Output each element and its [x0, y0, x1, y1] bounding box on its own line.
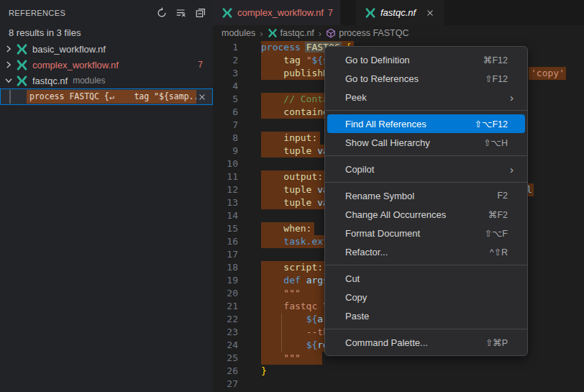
menu-item-label: Paste [345, 311, 508, 322]
menu-item-label: Rename Symbol [345, 191, 497, 201]
file-row-fastqc-nf[interactable]: fastqc.nfmodules [0, 73, 213, 88]
code-text: publishD [261, 67, 329, 80]
menu-separator [325, 329, 527, 329]
breadcrumb-label: modules [222, 28, 255, 38]
menu-shortcut: ⇧⌥F [484, 228, 508, 239]
line-number: 10 [213, 158, 238, 170]
line-number: 17 [213, 248, 238, 261]
menu-item-label: Peek [345, 92, 508, 103]
line-number: 26 [213, 365, 238, 378]
reference-result-row[interactable]: process FASTQC {↵ tag "${samp... [0, 88, 213, 105]
menu-shortcut: F2 [497, 191, 508, 201]
nextflow-icon [365, 7, 376, 19]
menu-item-copy[interactable]: Copy [327, 288, 525, 306]
line-number: 27 [213, 378, 238, 391]
line-number: 15 [213, 222, 238, 235]
close-icon [197, 92, 207, 102]
menu-item-label: Find All References [345, 119, 475, 129]
results-summary: 8 results in 3 files [0, 26, 213, 42]
tab-fastqc[interactable]: fastqc.nf [356, 0, 444, 25]
clear-all-icon [175, 7, 187, 19]
menu-item-label: Cut [345, 273, 508, 284]
line-number: 1 [213, 41, 238, 54]
breadcrumb-separator: › [260, 28, 263, 39]
line-number: 8 [213, 132, 238, 145]
nextflow-icon [16, 75, 28, 87]
menu-item-go-to-definition[interactable]: Go to Definition⌘F12 [327, 50, 525, 69]
dismiss-result-icon[interactable] [197, 92, 207, 102]
menu-shortcut: ^⇧R [490, 247, 508, 257]
menu-item-find-all-references[interactable]: Find All References⇧⌥F12 [327, 114, 525, 133]
line-number: 23 [213, 326, 238, 339]
code-text: ${ar [261, 313, 329, 326]
menu-item-rename-symbol[interactable]: Rename SymbolF2 [327, 186, 525, 205]
indent-guide [281, 313, 282, 352]
chevron-right-icon[interactable] [3, 59, 14, 70]
collapse-all-button[interactable] [194, 6, 207, 19]
code-text: tag "${s [261, 54, 329, 67]
line-number: 21 [213, 300, 238, 313]
menu-item-command-palette[interactable]: Command Palette...⇧⌘P [327, 333, 525, 352]
code-fragment: 'copy' [529, 67, 566, 80]
line-number: 22 [213, 313, 238, 326]
breadcrumb-item-fastqc-nf[interactable]: fastqc.nf [268, 28, 314, 38]
file-name: basic_workflow.nf [32, 44, 106, 55]
menu-item-label: Change All Occurrences [345, 209, 488, 220]
code-text: """ [261, 352, 301, 365]
chevron-down-icon[interactable] [3, 75, 14, 86]
menu-item-label: Command Palette... [345, 337, 485, 348]
tab-label: fastqc.nf [380, 7, 416, 18]
menu-item-cut[interactable]: Cut [327, 269, 525, 288]
code-line-27[interactable]: 27 [213, 378, 584, 391]
line-number: 11 [213, 170, 238, 183]
menu-item-peek[interactable]: Peek› [327, 88, 525, 106]
menu-shortcut: ⇧⌥F12 [475, 119, 508, 129]
menu-item-change-all-occurrences[interactable]: Change All Occurrences⌘F2 [327, 205, 525, 224]
code-line-26[interactable]: 26} [213, 365, 584, 378]
line-number: 6 [213, 106, 238, 119]
menu-item-paste[interactable]: Paste [327, 306, 525, 325]
chevron-right-icon [3, 43, 14, 55]
line-number: 5 [213, 93, 238, 106]
menu-item-label: Copilot [345, 164, 508, 175]
menu-shortcut: ⇧⌥H [483, 137, 508, 148]
breadcrumb-item-process-fastqc[interactable]: process FASTQC [326, 28, 409, 38]
breadcrumb-item-modules[interactable]: modules [222, 28, 255, 38]
context-menu: Go to Definition⌘F12Go to References⇧F12… [324, 46, 528, 356]
menu-separator [325, 182, 527, 183]
chevron-down-icon [3, 75, 14, 86]
menu-item-refactor[interactable]: Refactor...^⇧R [327, 242, 525, 261]
code-text: output: [261, 170, 323, 183]
tab-complex-workflow[interactable]: complex_workflow.nf 7 [213, 0, 340, 25]
nextflow-icon [16, 43, 28, 55]
clear-all-button[interactable] [175, 6, 188, 19]
file-row-complex-workflow-nf[interactable]: complex_workflow.nf7 [0, 57, 213, 73]
code-text: when: [261, 222, 311, 235]
refresh-icon [156, 7, 168, 19]
line-number: 13 [213, 196, 238, 209]
code-text: def args [261, 274, 329, 287]
nextflow-icon [222, 7, 233, 19]
symbol-module-icon [326, 28, 336, 38]
code-text: tuple va [261, 183, 329, 196]
close-icon[interactable] [424, 7, 436, 19]
code-text: containe [261, 106, 329, 119]
menu-item-show-call-hierarchy[interactable]: Show Call Hierarchy⇧⌥H [327, 133, 525, 152]
line-number: 9 [213, 145, 238, 158]
line-number: 3 [213, 67, 238, 80]
result-text[interactable]: process FASTQC {↵ tag "${samp... [27, 90, 196, 104]
nextflow-icon [222, 7, 233, 19]
refresh-button[interactable] [155, 6, 168, 19]
panel-toolbar [155, 6, 207, 19]
file-row-basic-workflow-nf[interactable]: basic_workflow.nf [0, 41, 213, 57]
line-number: 4 [213, 80, 238, 93]
menu-item-copilot[interactable]: Copilot› [327, 160, 525, 178]
code-text: script: [261, 261, 323, 274]
menu-item-format-document[interactable]: Format Document⇧⌥F [327, 224, 525, 242]
menu-item-go-to-references[interactable]: Go to References⇧F12 [327, 69, 525, 88]
code-text: // Conta [261, 93, 329, 106]
nextflow-icon [16, 59, 28, 71]
chevron-right-icon[interactable] [3, 43, 14, 55]
panel-title: REFERENCES [9, 9, 155, 17]
code-text: input: [261, 132, 317, 145]
